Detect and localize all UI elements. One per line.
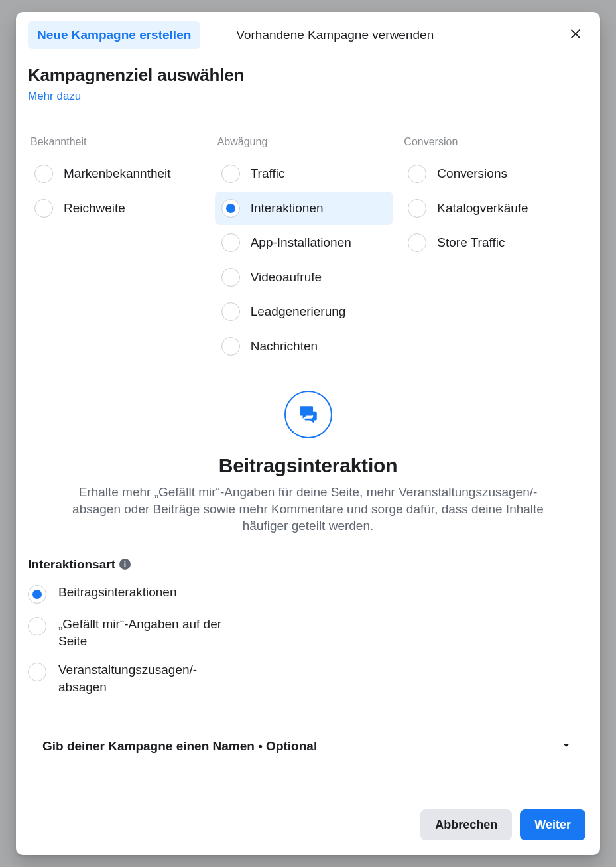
goal-columns: Bekanntheit Markenbekanntheit Reichweite… bbox=[16, 103, 600, 364]
goal-label: Markenbekanntheit bbox=[64, 167, 171, 181]
column-consideration: Abwägung Traffic Interaktionen App-Insta… bbox=[215, 136, 402, 364]
goal-label: Nachrichten bbox=[251, 339, 318, 354]
goal-explanation: Beitragsinteraktion Erhalte mehr „Gefäll… bbox=[16, 364, 600, 535]
interaction-option-post[interactable]: Beitragsinteraktionen bbox=[28, 584, 240, 604]
goal-label: Store Traffic bbox=[437, 235, 505, 250]
explain-text: Erhalte mehr „Gefällt mir“-Angaben für d… bbox=[56, 484, 560, 535]
interaction-option-label: „Gefällt mir“-Angaben auf der Seite bbox=[58, 616, 240, 649]
interaction-option-events[interactable]: Veranstaltungszusagen/-absagen bbox=[28, 661, 240, 695]
cancel-button[interactable]: Abbrechen bbox=[420, 809, 512, 840]
close-button[interactable] bbox=[563, 21, 588, 49]
radio-icon bbox=[408, 199, 426, 218]
column-awareness: Bekanntheit Markenbekanntheit Reichweite bbox=[28, 136, 215, 364]
goal-nachrichten[interactable]: Nachrichten bbox=[215, 330, 394, 363]
radio-icon bbox=[28, 585, 46, 604]
learn-more-link[interactable]: Mehr dazu bbox=[28, 90, 81, 103]
radio-icon bbox=[28, 617, 46, 635]
interaction-option-label: Beitragsinteraktionen bbox=[58, 584, 177, 601]
radio-icon bbox=[408, 165, 426, 183]
goal-reichweite[interactable]: Reichweite bbox=[28, 192, 207, 225]
tab-existing-campaign[interactable]: Vorhandene Kampagne verwenden bbox=[227, 21, 443, 49]
goal-leadgenerierung[interactable]: Leadgenerierung bbox=[215, 295, 394, 328]
radio-icon bbox=[221, 199, 240, 218]
goal-label: Leadgenerierung bbox=[251, 304, 346, 319]
goal-label: Interaktionen bbox=[251, 201, 324, 216]
interaction-type-section: Interaktionsart i Beitragsinteraktionen … bbox=[16, 535, 600, 696]
radio-icon bbox=[408, 233, 426, 252]
goal-conversions[interactable]: Conversions bbox=[401, 157, 580, 190]
goal-markenbekanntheit[interactable]: Markenbekanntheit bbox=[28, 157, 207, 190]
modal-header: Neue Kampagne erstellen Vorhandene Kampa… bbox=[16, 12, 600, 58]
interaction-option-label: Veranstaltungszusagen/-absagen bbox=[58, 661, 240, 695]
radio-icon bbox=[221, 302, 240, 321]
column-label: Bekanntheit bbox=[28, 136, 215, 148]
goal-katalogverkaeufe[interactable]: Katalogverkäufe bbox=[401, 192, 580, 225]
radio-icon bbox=[221, 268, 240, 287]
radio-icon bbox=[34, 165, 53, 183]
radio-icon bbox=[221, 165, 240, 183]
column-conversion: Conversion Conversions Katalogverkäufe S… bbox=[401, 136, 588, 364]
page-title: Kampagnenziel auswählen bbox=[28, 65, 588, 86]
goal-store-traffic[interactable]: Store Traffic bbox=[401, 226, 580, 259]
goal-label: Katalogverkäufe bbox=[437, 201, 528, 216]
column-label: Abwägung bbox=[215, 136, 402, 148]
section-title: Kampagnenziel auswählen Mehr dazu bbox=[16, 65, 600, 103]
goal-interaktionen[interactable]: Interaktionen bbox=[215, 192, 394, 225]
radio-icon bbox=[221, 337, 240, 356]
goal-label: Traffic bbox=[251, 167, 285, 181]
goal-videoaufrufe[interactable]: Videoaufrufe bbox=[215, 261, 394, 294]
campaign-name-expander[interactable]: Gib deiner Kampagne einen Namen • Option… bbox=[16, 722, 600, 771]
interaction-option-likes[interactable]: „Gefällt mir“-Angaben auf der Seite bbox=[28, 616, 240, 649]
engagement-icon bbox=[284, 391, 332, 438]
chevron-down-icon bbox=[559, 738, 574, 755]
continue-button[interactable]: Weiter bbox=[520, 809, 585, 840]
campaign-name-label: Gib deiner Kampagne einen Namen • Option… bbox=[42, 739, 317, 754]
modal-footer: Abbrechen Weiter bbox=[16, 797, 600, 855]
goal-label: Conversions bbox=[437, 167, 507, 181]
tab-new-campaign[interactable]: Neue Kampagne erstellen bbox=[28, 21, 200, 49]
radio-icon bbox=[28, 663, 46, 681]
goal-app-installationen[interactable]: App-Installationen bbox=[215, 226, 394, 259]
interaction-type-text: Interaktionsart bbox=[28, 557, 115, 572]
goal-traffic[interactable]: Traffic bbox=[215, 157, 394, 190]
radio-icon bbox=[221, 233, 240, 252]
radio-icon bbox=[34, 199, 53, 218]
create-campaign-modal: Neue Kampagne erstellen Vorhandene Kampa… bbox=[16, 12, 600, 855]
explain-title: Beitragsinteraktion bbox=[56, 454, 560, 477]
close-icon bbox=[568, 27, 583, 41]
interaction-type-label: Interaktionsart i bbox=[28, 557, 588, 572]
goal-label: Reichweite bbox=[64, 201, 125, 216]
column-label: Conversion bbox=[401, 136, 588, 148]
info-icon[interactable]: i bbox=[119, 559, 131, 570]
goal-label: Videoaufrufe bbox=[251, 270, 322, 285]
goal-label: App-Installationen bbox=[251, 235, 351, 250]
